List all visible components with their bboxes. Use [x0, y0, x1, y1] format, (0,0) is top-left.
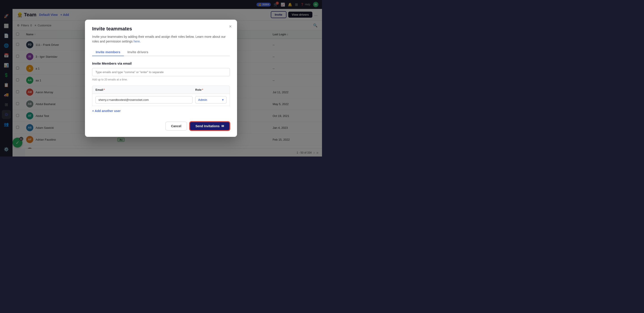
modal-desc-text: Invite your teammates by adding their em… [92, 35, 226, 43]
modal-close-button[interactable]: × [229, 24, 232, 28]
cancel-button[interactable]: Cancel [166, 122, 187, 130]
tab-invite-members[interactable]: Invite members [92, 48, 124, 56]
modal-title: Invite teammates [92, 26, 230, 32]
chevron-down-icon: ▾ [222, 98, 224, 102]
add-another-user-button[interactable]: + Add another user [92, 109, 120, 113]
role-value: Admin [198, 98, 207, 102]
role-header: Role* [195, 88, 226, 92]
role-required-star: * [202, 88, 203, 92]
user-table-header: Email* Role* [92, 86, 230, 94]
modal-overlay: × Invite teammates Invite your teammates… [0, 0, 322, 156]
send-invitations-button[interactable]: Send Invitations ✉ [190, 122, 230, 130]
invite-modal: × Invite teammates Invite your teammates… [85, 20, 237, 137]
helper-text: Add up to 20 emails at a time. [92, 78, 230, 81]
modal-description: Invite your teammates by adding their em… [92, 34, 230, 44]
tab-invite-drivers[interactable]: Invite drivers [124, 48, 152, 56]
modal-desc-link[interactable]: here. [134, 40, 141, 43]
user-row: Admin ▾ [92, 94, 230, 106]
email-bulk-input[interactable] [92, 68, 230, 76]
email-required-star: * [104, 88, 105, 92]
send-icon: ✉ [222, 124, 224, 128]
modal-footer: Cancel Send Invitations ✉ [92, 122, 230, 130]
section-title: Invite Members via email [92, 62, 230, 65]
send-invitations-label: Send Invitations [196, 124, 220, 128]
modal-tabs: Invite members Invite drivers [92, 48, 230, 56]
email-header: Email* [96, 88, 195, 92]
role-dropdown[interactable]: Admin ▾ [195, 96, 226, 104]
user-email-input[interactable] [96, 96, 192, 104]
